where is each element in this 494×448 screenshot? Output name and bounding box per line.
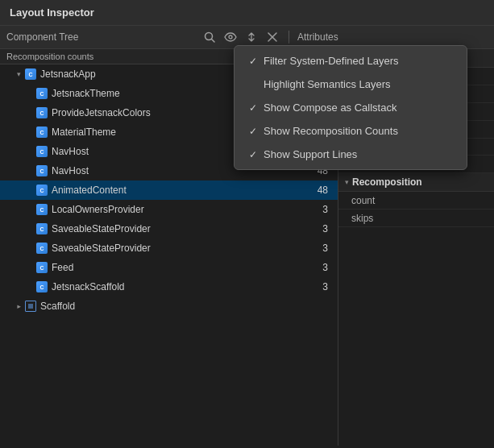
tree-label-feed: Feed — [52, 262, 310, 273]
tree-item-saveablestateprovider1[interactable]: ▾ C SaveableStateProvider 3 — [0, 219, 338, 239]
tree-count-saveablestateprovider2: 3 — [310, 243, 334, 254]
compose-icon-jetsnackscaffold: C — [35, 280, 48, 293]
eye-icon[interactable] — [222, 29, 239, 45]
menu-item-show-recomposition[interactable]: ✓ Show Recomposition Counts — [235, 119, 467, 143]
compose-icon-jetsnackapp: C — [24, 68, 37, 81]
menu-label-highlight-semantics: Highlight Semantics Layers — [264, 78, 391, 90]
menu-check-show-compose: ✓ — [246, 102, 260, 114]
tree-label-saveablestateprovider2: SaveableStateProvider — [52, 243, 310, 254]
tree-arrow-scaffold: ▾ — [13, 301, 24, 312]
search-icon[interactable] — [201, 29, 218, 45]
menu-item-filter-system[interactable]: ✓ Filter System-Defined Layers — [235, 49, 467, 73]
recomposition-section-header[interactable]: ▾ Recomposition — [338, 173, 494, 192]
attr-count[interactable]: count — [338, 192, 494, 209]
close-icon[interactable] — [264, 29, 280, 45]
attr-skips[interactable]: skips — [338, 209, 494, 227]
recomposition-arrow: ▾ — [345, 178, 349, 186]
menu-label-show-support: Show Support Lines — [264, 148, 357, 160]
tree-item-localownersprovider[interactable]: ▾ C LocalOwnersProvider 3 — [0, 200, 338, 219]
menu-item-show-compose[interactable]: ✓ Show Compose as Callstack — [235, 96, 467, 119]
compose-icon-jetsnacktheme: C — [35, 87, 48, 100]
svg-point-2 — [229, 35, 232, 39]
compose-icon-saveablestateprovider2: C — [35, 242, 48, 255]
menu-check-show-recomposition: ✓ — [246, 126, 260, 137]
menu-label-filter-system: Filter System-Defined Layers — [264, 55, 399, 67]
tree-count-localownersprovider: 3 — [310, 204, 334, 215]
attr-name-count: count — [351, 195, 375, 206]
menu-check-show-support: ✓ — [246, 149, 260, 160]
compose-icon-providejetsnackcolors: C — [35, 106, 48, 119]
tree-count-jetsnackscaffold: 3 — [310, 281, 334, 292]
tree-label-jetsnackscaffold: JetsnackScaffold — [52, 281, 310, 292]
compose-icon-animatedcontent: C — [35, 184, 48, 197]
tree-item-feed[interactable]: ▾ C Feed 3 — [0, 258, 338, 277]
menu-label-show-recomposition: Show Recomposition Counts — [264, 125, 398, 137]
compose-icon-saveablestateprovider1: C — [35, 222, 48, 235]
tree-label-scaffold: Scaffold — [40, 301, 310, 312]
compose-icon-materialtheme: C — [35, 126, 48, 139]
recomposition-title: Recomposition — [352, 176, 422, 188]
dropdown-menu: ✓ Filter System-Defined Layers Highlight… — [234, 45, 467, 170]
window-title: Layout Inspector — [10, 6, 94, 19]
divider — [289, 31, 289, 44]
attr-name-skips: skips — [351, 213, 373, 224]
attributes-label: Attributes — [297, 31, 488, 43]
menu-item-show-support[interactable]: ✓ Show Support Lines — [235, 143, 467, 166]
tree-item-jetsnackscaffold[interactable]: ▾ C JetsnackScaffold 3 — [0, 277, 338, 297]
compose-icon-navhost2: C — [35, 164, 48, 177]
tree-label-animatedcontent: AnimatedContent — [52, 185, 310, 196]
tree-item-scaffold[interactable]: ▾ Scaffold — [0, 297, 338, 316]
compose-icon-navhost1: C — [35, 145, 48, 158]
title-bar: Layout Inspector — [0, 0, 494, 26]
menu-label-show-compose: Show Compose as Callstack — [264, 102, 396, 114]
sort-icon[interactable] — [243, 29, 259, 45]
tree-label-localownersprovider: LocalOwnersProvider — [52, 204, 310, 215]
tree-arrow-jetsnackapp: ▾ — [13, 68, 24, 80]
tree-item-animatedcontent[interactable]: ▾ C AnimatedContent 48 — [0, 180, 338, 200]
component-tree-label: Component Tree — [6, 31, 197, 43]
tree-count-saveablestateprovider1: 3 — [310, 223, 334, 234]
menu-item-highlight-semantics[interactable]: Highlight Semantics Layers — [235, 73, 467, 96]
tree-count-animatedcontent: 48 — [310, 185, 334, 196]
menu-check-filter-system: ✓ — [246, 56, 260, 67]
tree-label-saveablestateprovider1: SaveableStateProvider — [52, 223, 310, 234]
compose-icon-localownersprovider: C — [35, 203, 48, 216]
tree-count-feed: 3 — [310, 262, 334, 273]
layout-icon-scaffold — [24, 300, 37, 313]
tree-item-saveablestateprovider2[interactable]: ▾ C SaveableStateProvider 3 — [0, 239, 338, 258]
compose-icon-feed: C — [35, 261, 48, 274]
svg-line-1 — [212, 39, 215, 43]
